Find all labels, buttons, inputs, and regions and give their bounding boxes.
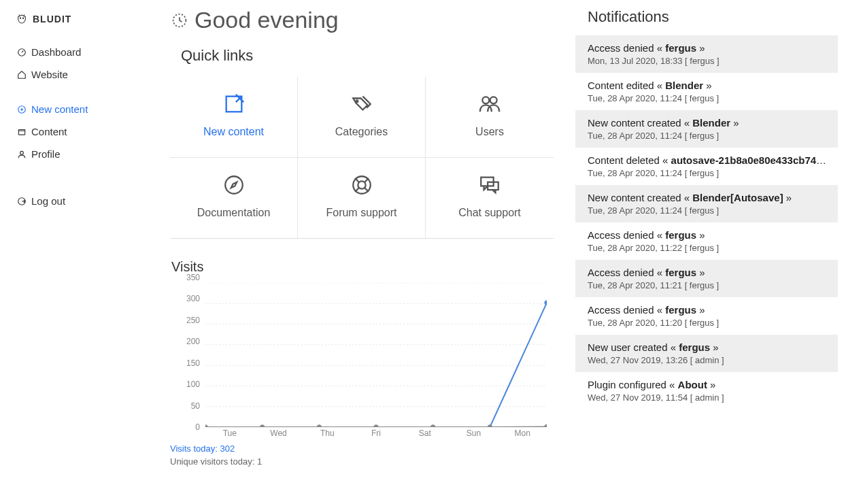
svg-point-35 (373, 424, 378, 427)
quicklink-label: Chat support (433, 207, 547, 219)
chart-xtick: Tue (205, 429, 254, 441)
edit-icon (177, 92, 290, 116)
users-icon (433, 92, 547, 116)
notification-meta: Mon, 13 Jul 2020, 18:33 [ fergus ] (588, 56, 827, 66)
page-greeting: Good evening (170, 7, 554, 33)
notification-meta: Tue, 28 Apr 2020, 11:24 [ fergus ] (588, 205, 827, 216)
svg-point-0 (20, 18, 20, 18)
chart-ytick: 300 (186, 294, 200, 303)
quicklink-documentation[interactable]: Documentation (170, 158, 298, 238)
notification-item[interactable]: New content created « Blender[Autosave] … (575, 185, 838, 222)
notification-item[interactable]: Access denied « fergus »Tue, 28 Apr 2020… (575, 260, 838, 297)
quicklink-label: Categories (305, 126, 418, 138)
notification-item[interactable]: Access denied « fergus »Tue, 28 Apr 2020… (575, 297, 838, 335)
notification-meta: Tue, 28 Apr 2020, 11:20 [ fergus ] (588, 318, 827, 328)
notification-text: Content edited « Blender » (588, 80, 827, 91)
visits-chart: 050100150200250300350 TueWedThuFriSatSun… (171, 278, 554, 441)
chart-xtick: Wed (254, 429, 303, 441)
notification-item[interactable]: Content edited « Blender »Tue, 28 Apr 20… (575, 73, 838, 110)
svg-point-36 (430, 424, 435, 427)
notification-text: Access denied « fergus » (588, 304, 827, 316)
sidebar-item-profile[interactable]: Profile (0, 143, 156, 165)
notification-meta: Wed, 27 Nov 2019, 13:26 [ admin ] (588, 355, 827, 365)
svg-point-31 (544, 301, 547, 305)
nav-list: Dashboard Website New content Content Pr… (0, 41, 156, 212)
folder-icon (16, 127, 27, 137)
quicklink-label: Documentation (177, 207, 290, 219)
quicklink-label: New content (177, 126, 290, 138)
lifebuoy-icon (305, 173, 418, 197)
notification-item[interactable]: Plugin configured « About »Wed, 27 Nov 2… (575, 372, 838, 409)
notification-meta: Tue, 28 Apr 2020, 11:24 [ fergus ] (588, 131, 827, 141)
quicklink-label: Users (433, 126, 547, 138)
notification-item[interactable]: Access denied « fergus »Mon, 13 Jul 2020… (575, 35, 838, 73)
svg-point-34 (317, 424, 322, 427)
sidebar-item-logout[interactable]: Log out (0, 190, 156, 212)
brand-logo[interactable]: BLUDIT (0, 14, 156, 41)
quicklinks-title: Quick links (181, 47, 554, 65)
chart-ytick: 250 (186, 316, 200, 325)
notification-item[interactable]: New user created « fergus »Wed, 27 Nov 2… (575, 335, 838, 372)
notification-text: Access denied « fergus » (588, 267, 827, 278)
quicklink-categories[interactable]: Categories (298, 77, 426, 158)
gauge-icon (16, 47, 27, 58)
svg-point-12 (225, 176, 243, 194)
sidebar-item-label: Log out (31, 195, 65, 207)
chart-ytick: 200 (186, 337, 200, 346)
sidebar-item-label: Dashboard (31, 46, 81, 58)
main-content: Good evening Quick links New content Cat… (156, 0, 574, 487)
visits-today-stat: Visits today: 302 (170, 443, 554, 454)
chart-ytick: 100 (186, 380, 200, 389)
chart-xtick: Sat (401, 429, 450, 441)
notification-meta: Tue, 28 Apr 2020, 11:21 [ fergus ] (588, 280, 827, 290)
notification-item[interactable]: New content created « Blender »Tue, 28 A… (575, 110, 838, 148)
svg-point-10 (482, 97, 489, 103)
compass-icon (177, 173, 290, 197)
sidebar-item-content[interactable]: Content (0, 120, 156, 143)
home-icon (16, 69, 27, 80)
chart-ytick: 50 (191, 401, 200, 411)
notification-text: Content deleted « autosave-21b8a0e80e433… (588, 154, 827, 166)
quicklinks-grid: New content Categories Users Documentati… (170, 77, 554, 239)
sidebar-item-new-content[interactable]: New content (0, 98, 156, 120)
quicklink-new-content[interactable]: New content (170, 77, 298, 158)
chart-ytick: 150 (186, 358, 200, 368)
svg-rect-4 (18, 129, 24, 135)
svg-point-5 (20, 151, 24, 154)
notifications-list: Access denied « fergus »Mon, 13 Jul 2020… (575, 35, 838, 409)
sidebar-item-label: Website (31, 69, 68, 80)
notification-meta: Wed, 27 Nov 2019, 11:54 [ admin ] (588, 392, 827, 403)
quicklink-label: Forum support (305, 207, 418, 219)
logo-icon (16, 14, 27, 24)
svg-point-11 (490, 97, 497, 103)
logout-icon (16, 196, 27, 207)
clock-icon (170, 11, 189, 30)
notification-item[interactable]: Access denied « fergus »Tue, 28 Apr 2020… (575, 222, 838, 260)
sidebar-item-label: Profile (31, 148, 61, 160)
quicklink-forum-support[interactable]: Forum support (298, 158, 426, 238)
svg-point-33 (260, 424, 265, 427)
notification-text: Access denied « fergus » (588, 229, 827, 241)
plus-circle-icon (16, 104, 27, 115)
sidebar-item-website[interactable]: Website (0, 63, 156, 86)
notification-item[interactable]: Content deleted « autosave-21b8a0e80e433… (575, 148, 838, 185)
notification-meta: Tue, 28 Apr 2020, 11:22 [ fergus ] (588, 243, 827, 253)
greeting-text: Good evening (194, 7, 339, 33)
chart-ytick: 350 (186, 273, 200, 282)
svg-point-32 (205, 424, 208, 427)
quicklink-chat-support[interactable]: Chat support (426, 158, 554, 238)
chart-xtick: Mon (498, 429, 547, 441)
chart-xtick: Thu (303, 429, 352, 441)
chart-xtick: Sun (450, 429, 498, 441)
notification-text: Plugin configured « About » (588, 379, 827, 390)
notification-meta: Tue, 28 Apr 2020, 11:24 [ fergus ] (588, 93, 827, 103)
tags-icon (305, 92, 418, 116)
quicklink-users[interactable]: Users (426, 77, 554, 158)
sidebar-item-dashboard[interactable]: Dashboard (0, 41, 156, 63)
notifications-panel: Notifications Access denied « fergus »Mo… (574, 0, 846, 487)
svg-point-14 (358, 181, 365, 188)
chart-xtick: Fri (352, 429, 401, 441)
svg-point-1 (22, 18, 23, 18)
notifications-title: Notifications (575, 8, 838, 35)
notification-text: New content created « Blender » (588, 117, 827, 129)
